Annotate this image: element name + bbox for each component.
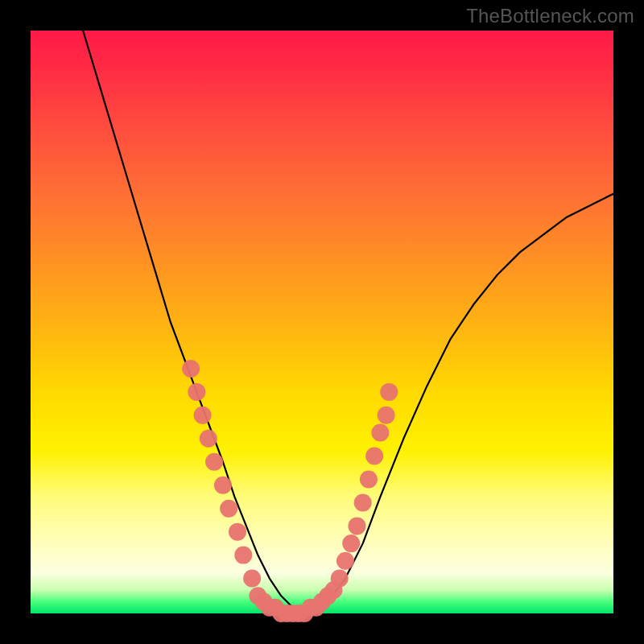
- data-point: [354, 493, 372, 511]
- data-point: [243, 570, 261, 588]
- data-point: [188, 383, 205, 401]
- data-point: [348, 517, 365, 535]
- data-point: [200, 430, 217, 448]
- data-point: [194, 407, 212, 424]
- data-point: [371, 424, 389, 442]
- data-point: [342, 535, 360, 552]
- data-point: [205, 453, 223, 471]
- data-point: [214, 477, 232, 494]
- plot-area: [31, 31, 613, 613]
- data-point: [365, 448, 383, 465]
- data-point: [234, 547, 252, 564]
- data-point: [336, 552, 354, 570]
- data-point: [360, 470, 378, 488]
- data-point: [229, 523, 246, 541]
- chart-frame: TheBottleneck.com: [0, 0, 644, 644]
- data-point: [182, 360, 200, 378]
- data-point: [380, 383, 398, 401]
- watermark-text: TheBottleneck.com: [466, 5, 634, 27]
- chart-svg: [31, 31, 613, 613]
- data-point: [378, 407, 395, 424]
- data-point: [331, 570, 349, 588]
- data-point: [220, 500, 237, 518]
